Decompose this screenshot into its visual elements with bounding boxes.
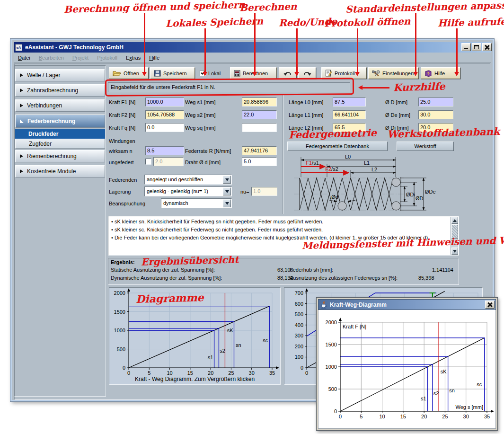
chevron-down-icon — [225, 178, 229, 183]
dropdown-button[interactable] — [223, 199, 231, 207]
svg-text:400: 400 — [295, 322, 303, 328]
field-label: Weg s2 [mm] — [185, 112, 216, 118]
svg-text:Ød: Ød — [331, 194, 338, 200]
beanspruchung-select[interactable]: dynamisch — [161, 198, 232, 208]
collapsed-arrow-icon — [20, 89, 23, 92]
java-cup-icon — [320, 301, 327, 309]
annotation-arrow — [357, 28, 358, 75]
menu-protokoll[interactable]: Protokoll — [93, 55, 122, 61]
sidebar-item-label: Kostenfreie Module — [27, 168, 76, 175]
minimize-icon — [464, 48, 468, 49]
svg-text:F2/s2: F2/s2 — [325, 166, 338, 172]
open-button-label: Öffnen — [124, 71, 139, 76]
sidebar-item-riemenberechnung[interactable]: Riemenberechnung — [15, 150, 105, 162]
svg-text:1500: 1500 — [114, 309, 125, 315]
redo-button[interactable] — [298, 67, 316, 79]
minimize-button[interactable] — [461, 43, 471, 51]
protocol-button[interactable]: Protokoll — [321, 67, 367, 79]
field-label: Kraft F1 [N] — [109, 99, 135, 105]
annotation-help: Hilfe aufrufen — [438, 16, 504, 29]
save-button[interactable]: Speichern — [150, 67, 195, 79]
scroll-up-button[interactable] — [451, 217, 458, 224]
sidebar-item-verbindungen[interactable]: Verbindungen — [15, 99, 105, 112]
weg-s1-input[interactable]: 20.858896 — [242, 97, 277, 106]
local-checkbox-group[interactable]: Lokal — [196, 67, 228, 79]
close-button[interactable] — [482, 43, 492, 51]
field-label: Beanspruchung — [109, 201, 145, 206]
svg-text:0: 0 — [334, 408, 337, 414]
laenge-l1-input[interactable]: 66.641104 — [333, 110, 366, 119]
settings-button[interactable]: Einstellungen — [368, 67, 419, 79]
scroll-down-button[interactable] — [451, 248, 458, 255]
svg-text:30: 30 — [249, 370, 255, 376]
kraft-fq-input[interactable]: 0.0 — [145, 123, 184, 132]
field-label: Federenden — [109, 177, 137, 183]
maximize-icon — [474, 45, 479, 49]
menu-bearbeiten[interactable]: Bearbeiten — [35, 55, 68, 61]
kraft-f1-input[interactable]: 1000.0 — [145, 97, 184, 106]
kraft-f2-input[interactable]: 1054.70588 — [145, 110, 184, 119]
svg-text:sn: sn — [236, 342, 241, 348]
wirksam-n-input[interactable]: 8.5 — [145, 146, 184, 155]
federenden-select[interactable]: angelegt und geschliffen — [144, 175, 232, 185]
svg-text:L1: L1 — [364, 160, 370, 166]
annotation-settings: Standardeinstellungen anpassen — [345, 0, 504, 15]
svg-text:300: 300 — [295, 333, 303, 338]
annotation-local-save: Lokales Speichern — [166, 15, 264, 29]
sidebar-item-welle-lager[interactable]: Welle / Lager — [15, 69, 105, 81]
expanded-arrow-icon — [20, 119, 24, 123]
annotation-protocol: Protokoll öffnen — [324, 16, 411, 29]
menu-projekt[interactable]: Projekt — [68, 55, 93, 61]
laenge-l0-input[interactable]: 87.5 — [333, 97, 366, 106]
svg-text:30: 30 — [463, 414, 469, 419]
menu-hilfe[interactable]: Hilfe — [145, 55, 164, 61]
arrow-down-icon — [453, 250, 457, 255]
protocol-document-icon — [325, 70, 332, 77]
titlebar[interactable]: eA eAssistant - GWJ Technology GmbH — [14, 42, 491, 53]
menu-datei[interactable]: Datei — [14, 55, 35, 61]
draht-d-input[interactable]: 5.0 — [242, 157, 277, 166]
lagerung-select[interactable]: gelenkig - gelenkig (nu= 1) — [144, 186, 232, 196]
werkstoff-button[interactable]: Werkstoff — [397, 142, 454, 151]
svg-text:sK: sK — [441, 369, 447, 374]
windungen-header: Windungen — [109, 138, 135, 144]
durchmesser-d-input[interactable]: 25.0 — [418, 97, 453, 106]
kraft-weg-popup-chart[interactable]: 051015202530350500100015002000s1s2sKsnsc… — [321, 312, 494, 428]
sidebar-item-label: Druckfeder — [28, 131, 58, 137]
popup-close-button[interactable] — [485, 301, 495, 309]
svg-text:sc: sc — [477, 381, 482, 387]
menu-extras[interactable]: Extras — [122, 55, 145, 61]
undo-icon — [283, 70, 292, 76]
sidebar-item-druckfeder[interactable]: Druckfeder — [15, 129, 105, 139]
field-label: wirksam n — [109, 148, 133, 154]
popup-title: Kraft-Weg-Diagramm — [330, 301, 387, 308]
ungefedert-checkbox[interactable] — [145, 159, 151, 165]
svg-text:1000: 1000 — [114, 328, 125, 333]
svg-text:600: 600 — [295, 301, 303, 307]
popup-body: 051015202530350500100015002000s1s2sKsnsc… — [318, 310, 496, 429]
weg-sq-input[interactable]: --- — [242, 123, 277, 132]
sidebar-item-kostenfreie-module[interactable]: Kostenfreie Module — [15, 165, 105, 177]
svg-text:1500: 1500 — [326, 342, 337, 347]
dropdown-button[interactable] — [223, 176, 231, 184]
maximize-button[interactable] — [472, 43, 481, 51]
sidebar-item-label: Zugfeder — [29, 141, 52, 147]
screenshot-root: eA eAssistant - GWJ Technology GmbH Date… — [0, 0, 504, 434]
dropdown-button[interactable] — [223, 187, 231, 195]
svg-text:25: 25 — [228, 370, 234, 376]
sidebar-item-zahnradberechnung[interactable]: Zahnradberechnung — [15, 84, 105, 97]
svg-text:15: 15 — [187, 370, 193, 376]
federrate-input[interactable]: 47.941176 — [242, 146, 277, 155]
federgeometrie-datenbank-button[interactable]: Federgeometrie Datenbank — [287, 142, 388, 151]
ungefedert-input[interactable]: 2.0 — [153, 157, 184, 166]
annotation-arrow — [144, 13, 145, 75]
nu-input[interactable]: 1.0 — [251, 187, 277, 196]
sidebar-item-federberechnung[interactable]: Federberechnung — [15, 115, 105, 128]
sidebar-item-zugfeder[interactable]: Zugfeder — [15, 139, 105, 149]
weg-s2-input[interactable]: 22.0 — [242, 110, 277, 119]
result-value: 1.141104 — [417, 267, 453, 273]
durchmesser-de-input[interactable]: 30.0 — [418, 110, 453, 119]
popup-titlebar[interactable]: Kraft-Weg-Diagramm — [318, 299, 496, 310]
sidebar-item-label: Verbindungen — [27, 102, 62, 109]
chevron-down-icon — [225, 202, 229, 207]
